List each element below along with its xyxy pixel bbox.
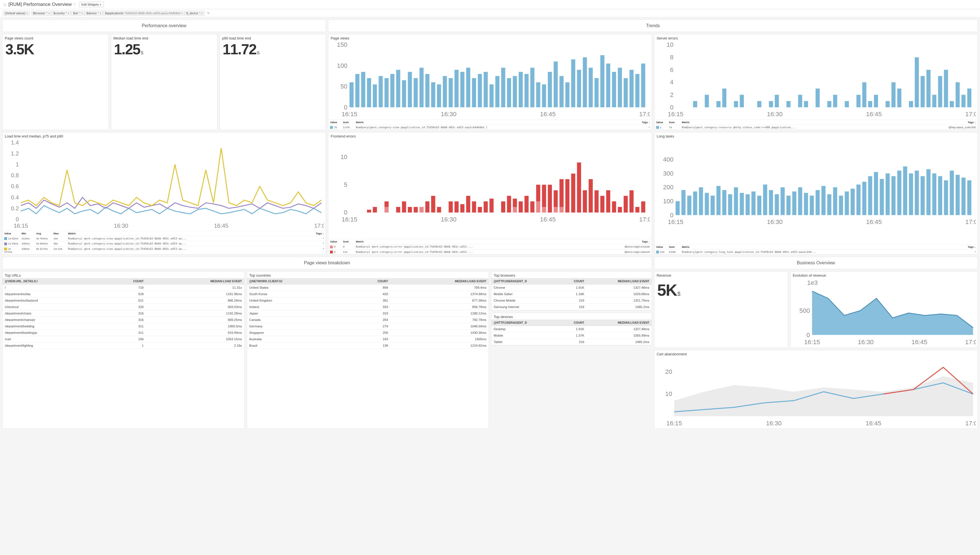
pencil-icon[interactable]: ✎	[207, 11, 210, 15]
caret-icon: ▾	[201, 12, 202, 14]
col-median[interactable]: MEDIAN:LOAD EVENT	[586, 319, 651, 326]
svg-rect-230	[623, 196, 628, 213]
svg-text:16:15: 16:15	[342, 111, 357, 118]
table-row[interactable]: United States899799.4ms	[247, 284, 489, 291]
table-row[interactable]: /department/bedding/p311919.99ms	[3, 330, 244, 336]
svg-rect-194	[519, 202, 523, 213]
table-row[interactable]: /department/chairs/pr316909.25ms	[3, 317, 244, 323]
table-row[interactable]: United Kingdom391877.38ms	[247, 297, 489, 304]
svg-text:200: 200	[663, 184, 673, 191]
filter-bar: (Default values)▾ $browser * ▾$country *…	[0, 9, 980, 18]
filter-defaults[interactable]: (Default values)▾	[3, 11, 30, 16]
svg-rect-184	[490, 199, 494, 213]
svg-rect-214	[577, 163, 582, 213]
col-count[interactable]: COUNT	[350, 278, 390, 284]
col-count[interactable]: COUNT	[559, 278, 586, 284]
col-median[interactable]: MEDIAN:LOAD EVENT	[146, 278, 244, 284]
filter-_device[interactable]: $_device * ▾	[184, 11, 204, 16]
svg-rect-289	[926, 169, 930, 215]
svg-rect-54	[641, 64, 646, 107]
table-row[interactable]: Japan3191280.12ms	[247, 310, 489, 317]
svg-rect-252	[710, 196, 715, 215]
col-count[interactable]: COUNT	[559, 319, 586, 326]
svg-rect-10	[385, 78, 389, 107]
table-row[interactable]: /department/bedding3111060.5ms	[3, 323, 244, 330]
star-icon[interactable]: ☆	[3, 2, 7, 7]
svg-rect-180	[478, 207, 482, 213]
svg-rect-89	[816, 88, 820, 107]
table-row[interactable]: /department/sofas/prod521866.28ms	[3, 297, 244, 304]
col-median[interactable]: MEDIAN:LOAD EVENT	[586, 278, 651, 284]
table-row[interactable]: /checkout320903.03ms	[3, 304, 244, 310]
svg-rect-224	[606, 191, 610, 213]
table-row[interactable]: /department/chairs3161192.28ms	[3, 310, 244, 317]
svg-rect-204	[548, 185, 552, 213]
chart-long-tasks: Long tasks 010020030040016:1516:3016:451…	[654, 132, 978, 255]
table-row[interactable]: Chrome1.91K1327.46ms	[492, 284, 652, 291]
col-key[interactable]: @HTTP.USERAGENT_D	[492, 319, 559, 326]
svg-rect-94	[845, 101, 849, 107]
edit-widgets-button[interactable]: Edit Widgets +	[79, 2, 104, 7]
svg-text:16:15: 16:15	[342, 216, 357, 223]
svg-rect-35	[530, 68, 535, 107]
kpi-unit: $	[678, 291, 681, 297]
svg-rect-44	[583, 58, 587, 107]
table-row[interactable]: South Korea4201374.98ms	[247, 291, 489, 297]
caret-icon: ▾	[68, 12, 69, 14]
svg-rect-279	[868, 176, 872, 215]
svg-rect-87	[804, 101, 808, 107]
svg-rect-172	[455, 202, 459, 213]
col-key[interactable]: @HTTP.USERAGENT_D	[492, 278, 559, 284]
table-row[interactable]: Singapore2501430.36ms	[247, 330, 489, 336]
svg-text:16:30: 16:30	[766, 420, 782, 427]
filter-country[interactable]: $country * ▾	[51, 11, 71, 16]
table-row[interactable]: Australia1631505ms	[247, 336, 489, 342]
table-row[interactable]: /department/sofas5281161.96ms	[3, 291, 244, 297]
svg-rect-207	[559, 207, 564, 213]
filter-applicationId[interactable]: $applicationId 75d50c62-8b66-403c-a453-a…	[103, 11, 184, 16]
svg-rect-158	[414, 207, 418, 213]
svg-rect-92	[833, 95, 837, 107]
chart-load-time: Load time end median, p75 and p90 00.20.…	[2, 132, 326, 255]
table-row[interactable]: /71811.31s	[3, 284, 244, 291]
chart-title: Evolution of revenue	[790, 272, 977, 278]
svg-rect-271	[821, 186, 826, 215]
table-row[interactable]: Desktop1.91K1327.46ms	[492, 326, 652, 332]
svg-rect-152	[396, 207, 400, 213]
svg-rect-84	[786, 101, 790, 107]
table-row[interactable]: Brazil1381224.92ms	[247, 342, 489, 349]
svg-text:100: 100	[337, 62, 347, 69]
filter-device[interactable]: $device * ▾	[85, 11, 103, 16]
svg-rect-270	[816, 190, 820, 215]
table-row[interactable]: Chrome Mobile2161321.75ms	[492, 297, 652, 304]
svg-text:17:00: 17:00	[965, 338, 976, 346]
svg-rect-45	[589, 68, 593, 107]
svg-rect-36	[536, 82, 540, 107]
table-row[interactable]: Germany2791046.59ms	[247, 323, 489, 330]
col-key[interactable]: @VIEW.URL_DETAILS.I	[3, 278, 105, 284]
svg-rect-27	[484, 72, 488, 107]
svg-rect-246	[675, 201, 680, 215]
filter-url[interactable]: $url * ▾	[71, 11, 85, 16]
col-median[interactable]: MEDIAN:LOAD EVENT	[390, 278, 488, 284]
chevron-down-icon[interactable]: ﹀	[73, 3, 76, 7]
svg-text:0.6: 0.6	[11, 183, 19, 189]
table-row[interactable]: Tablet2161465.2ms	[492, 339, 652, 345]
svg-rect-43	[577, 70, 582, 107]
filter-browser[interactable]: $browser * ▾	[31, 11, 51, 16]
table-row[interactable]: Ireland333856.78ms	[247, 304, 489, 310]
table-row[interactable]: Mobile Safari1.16K1029.86ms	[492, 291, 652, 297]
svg-rect-142	[367, 210, 371, 213]
table-row[interactable]: /cart1561053.15ms	[3, 336, 244, 342]
svg-rect-68	[693, 101, 697, 107]
svg-rect-46	[594, 78, 599, 107]
table-row[interactable]: Canada283782.78ms	[247, 317, 489, 323]
table-row[interactable]: Samsung Internet2161465.2ms	[492, 304, 652, 310]
table-row[interactable]: /department/lighting12.18s	[3, 342, 244, 349]
caret-icon: ▾	[100, 12, 101, 14]
svg-rect-107	[921, 76, 925, 107]
svg-text:1.4: 1.4	[11, 140, 19, 146]
col-count[interactable]: COUNT	[105, 278, 146, 284]
col-key[interactable]: @NETWORK.CLIENT.GI	[247, 278, 350, 284]
table-row[interactable]: Mobile1.37K1055.99ms	[492, 332, 652, 339]
